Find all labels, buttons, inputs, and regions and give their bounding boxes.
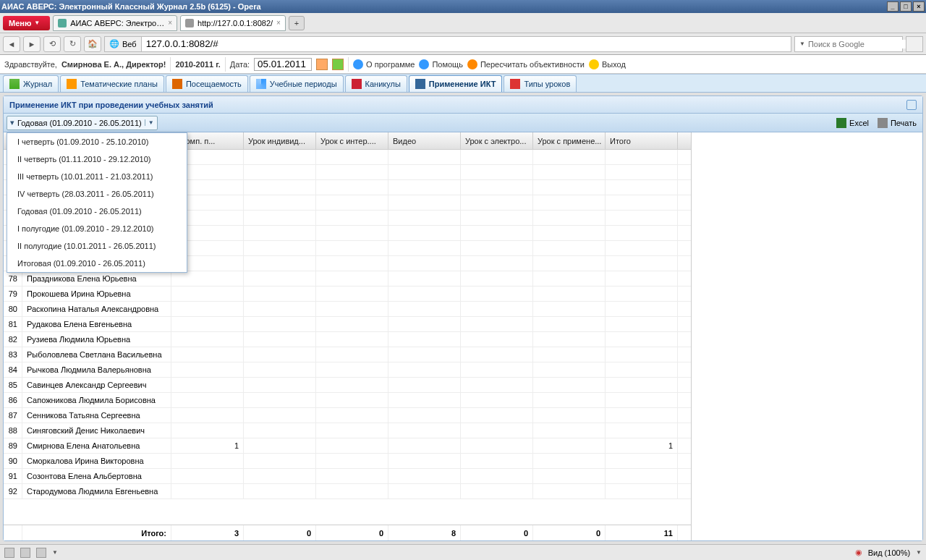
link-icon[interactable] [36, 548, 46, 558]
panel-refresh-button[interactable] [906, 100, 917, 110]
chevron-down-icon[interactable]: ▼ [145, 119, 154, 126]
table-row[interactable]: 90Сморкалова Ирина Викторовна [4, 454, 691, 469]
school-year: 2010-2011 г. [175, 60, 220, 69]
cell [533, 302, 606, 316]
period-option[interactable]: II четверть (01.11.2010 - 29.12.2010) [7, 150, 187, 168]
funnel-icon: ▾ [10, 118, 14, 127]
cell [533, 378, 606, 392]
chevron-down-icon[interactable]: ▼ [916, 549, 922, 556]
period-option[interactable]: Годовая (01.09.2010 - 26.05.2011) [7, 203, 187, 220]
tab-lesson-types[interactable]: Типы уроков [504, 75, 577, 92]
period-option[interactable]: I четверть (01.09.2010 - 25.10.2010) [7, 133, 187, 150]
cell [606, 423, 678, 438]
search-box[interactable]: ▼ [794, 36, 903, 52]
table-row[interactable]: 80Раскопина Наталья Александровна [4, 302, 691, 317]
cell [244, 347, 316, 362]
panel-toggle-icon[interactable] [4, 548, 14, 558]
reload-button[interactable]: ↻ [64, 36, 81, 52]
col-applied[interactable]: Урок с примене... [533, 132, 606, 149]
new-tab-button[interactable]: + [289, 16, 305, 30]
period-option[interactable]: I полугодие (01.09.2010 - 29.12.2010) [7, 220, 187, 237]
print-button[interactable]: Печать [875, 116, 919, 130]
row-number: 80 [4, 302, 22, 316]
period-option[interactable]: II полугодие (10.01.2011 - 26.05.2011) [7, 237, 187, 255]
tab-attendance[interactable]: Посещаемость [166, 75, 248, 92]
back-button[interactable]: ◄ [3, 36, 20, 52]
search-input[interactable] [805, 40, 911, 48]
apply-date-icon[interactable] [332, 59, 344, 70]
opera-menu-button[interactable]: Меню ▼ [3, 16, 50, 30]
cell [244, 484, 316, 499]
cell [533, 469, 606, 483]
ikt-panel: Применение ИКТ при проведении учебных за… [3, 96, 923, 541]
footer-label: Итого: [22, 525, 171, 540]
chevron-down-icon[interactable]: ▼ [52, 549, 58, 556]
cell [533, 484, 606, 499]
about-button[interactable]: О программе [353, 59, 415, 69]
close-tab-icon[interactable]: × [276, 19, 281, 27]
forward-button[interactable]: ► [23, 36, 41, 52]
table-row[interactable]: 86Сапожникова Людмила Борисовна [4, 393, 691, 408]
period-filter-button[interactable]: ▾ Годовая (01.09.2010 - 26.05.2011) ▼ [7, 116, 158, 130]
browser-tab[interactable]: АИАС АВЕРС: Электрон... × [53, 15, 177, 31]
browser-tab[interactable]: http://127.0.0.1:8082/ × [180, 15, 286, 31]
exit-button[interactable]: Выход [589, 59, 626, 69]
row-number: 87 [4, 408, 22, 423]
col-interactive[interactable]: Урок с интер.... [316, 132, 388, 149]
recalc-button[interactable]: Пересчитать объективности [467, 59, 585, 69]
tab-label: АИАС АВЕРС: Электрон... [70, 19, 164, 27]
col-total[interactable]: Итого [606, 132, 678, 149]
address-input[interactable] [141, 36, 791, 52]
table-row[interactable]: 84Рычкова Людмила Валерьяновна [4, 362, 691, 378]
table-row[interactable]: 91Созонтова Елена Альбертовна [4, 469, 691, 484]
table-row[interactable]: 85Савинцев Александр Сергеевич [4, 378, 691, 393]
footer-v2: 3 [171, 525, 244, 540]
table-row[interactable]: 82Рузиева Людмила Юрьевна [4, 332, 691, 347]
date-input[interactable] [254, 58, 312, 71]
grid-empty-area [691, 132, 922, 540]
period-option[interactable]: III четверть (10.01.2011 - 21.03.2011) [7, 168, 187, 185]
tab-periods[interactable]: Учебные периоды [250, 75, 344, 92]
minimize-button[interactable]: _ [887, 1, 899, 12]
cell [461, 302, 533, 316]
excel-button[interactable]: Excel [833, 116, 872, 130]
col-electro[interactable]: Урок с электро... [461, 132, 533, 149]
tab-holidays[interactable]: Каникулы [345, 75, 407, 92]
cell [388, 454, 461, 468]
table-row[interactable]: 79Прокошева Ирина Юрьевна [4, 287, 691, 302]
help-button[interactable]: Помощь [419, 59, 463, 69]
period-option[interactable]: IV четверть (28.03.2011 - 26.05.2011) [7, 185, 187, 203]
rewind-button[interactable]: ⟲ [43, 36, 61, 52]
tab-journal[interactable]: Журнал [3, 75, 59, 92]
home-button[interactable]: 🏠 [84, 36, 101, 52]
table-row[interactable]: 92Стародумова Людмила Евгеньевна [4, 484, 691, 499]
row-name: Прокошева Ирина Юрьевна [22, 287, 171, 301]
module-tabs: Журнал Тематические планы Посещаемость У… [0, 74, 926, 93]
period-option[interactable]: Итоговая (01.09.2010 - 26.05.2011) [7, 255, 187, 272]
cell [388, 378, 461, 392]
tab-ikt[interactable]: Применение ИКТ [409, 75, 503, 92]
table-row[interactable]: 81Рудакова Елена Евгеньевна [4, 317, 691, 332]
cell [171, 454, 244, 468]
table-row[interactable]: 83Рыболовлева Светлана Васильевна [4, 347, 691, 362]
close-tab-icon[interactable]: × [168, 19, 172, 27]
calendar-icon[interactable] [316, 59, 328, 70]
search-button[interactable] [906, 36, 923, 52]
table-row[interactable]: 88Синяговский Денис Николаевич [4, 423, 691, 438]
table-row[interactable]: 89Смирнова Елена Анатольевна11 [4, 438, 691, 454]
cell [171, 302, 244, 316]
sync-icon[interactable] [20, 548, 30, 558]
col-individual[interactable]: Урок индивид... [244, 132, 316, 149]
cell [461, 469, 533, 483]
tab-thematic-plans[interactable]: Тематические планы [60, 75, 164, 92]
chevron-down-icon[interactable]: ▼ [799, 41, 805, 47]
turbo-icon[interactable]: ◉ [855, 548, 862, 557]
table-row[interactable]: 87Сенникова Татьяна Сергеевна [4, 408, 691, 423]
row-name: Рузиева Людмила Юрьевна [22, 332, 171, 347]
col-video[interactable]: Видео [388, 132, 461, 149]
maximize-button[interactable]: □ [900, 1, 912, 12]
close-button[interactable]: × [913, 1, 925, 12]
zoom-label[interactable]: Вид (100%) [868, 548, 910, 557]
play-icon [256, 79, 266, 89]
table-row[interactable]: 78Праздникова Елена Юрьевна [4, 271, 691, 287]
